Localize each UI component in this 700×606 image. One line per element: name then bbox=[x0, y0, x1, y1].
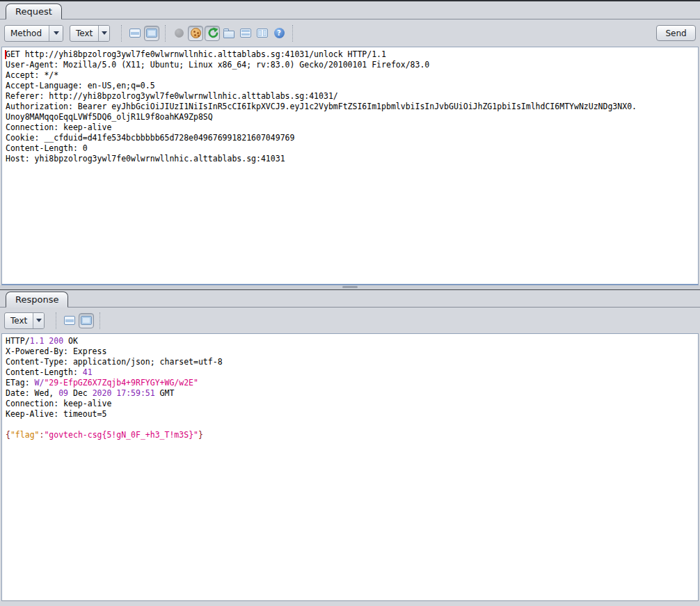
help-icon bbox=[274, 28, 285, 38]
request-view-icon-group bbox=[127, 26, 160, 41]
toolbar-button-window-rows[interactable] bbox=[238, 26, 253, 41]
response-line: Content-Type: application/json; charset=… bbox=[6, 357, 698, 367]
request-view-combobox[interactable]: Text bbox=[70, 25, 110, 42]
window-rows-icon bbox=[240, 29, 251, 38]
request-line: Cookie: __cfduid=d41fe534bcbbbbb65d728e0… bbox=[6, 133, 698, 143]
response-line bbox=[6, 420, 698, 430]
toolbar-button-help[interactable] bbox=[271, 26, 287, 41]
response-line: Date: Wed, 09 Dec 2020 17:59:51 GMT bbox=[6, 388, 698, 399]
request-view-combobox-value: Text bbox=[70, 26, 98, 41]
toolbar-button-combined-view[interactable] bbox=[144, 26, 159, 41]
chevron-down-icon bbox=[33, 313, 44, 328]
request-line: Connection: keep-alive bbox=[6, 122, 698, 133]
response-line: Keep-Alive: timeout=5 bbox=[6, 409, 698, 420]
response-editor-text[interactable]: HTTP/1.1 200 OKX-Powered-By: ExpressCont… bbox=[1, 333, 699, 601]
response-line: X-Powered-By: Express bbox=[6, 346, 698, 357]
response-view-combobox-value: Text bbox=[5, 313, 33, 328]
toolbar-separator bbox=[292, 25, 293, 42]
chevron-down-icon bbox=[98, 26, 109, 41]
split-pane-grip bbox=[342, 286, 358, 288]
request-tabstrip: Request bbox=[0, 1, 700, 19]
tab-response-label: Response bbox=[15, 294, 58, 305]
text-caret bbox=[5, 50, 6, 59]
toolbar-button-window-tab[interactable] bbox=[221, 26, 237, 41]
toolbar-button-combined-view[interactable] bbox=[79, 313, 94, 328]
response-view-icon-group bbox=[61, 313, 95, 328]
response-line: Connection: keep-alive bbox=[6, 399, 698, 409]
request-line: Unoy8MAMqqoEqqLVWf5DQ6_oljR1L9f8oahKA9Zp… bbox=[6, 112, 698, 122]
method-combobox[interactable]: Method bbox=[4, 25, 63, 42]
gray-circle-icon bbox=[175, 29, 184, 38]
toolbar-separator bbox=[165, 25, 166, 42]
toolbar-button-cookie[interactable] bbox=[188, 26, 203, 41]
toolbar-button-split-view[interactable] bbox=[62, 313, 77, 328]
request-line: Accept-Language: en-US,en;q=0.5 bbox=[6, 81, 698, 91]
window-bottom-margin bbox=[0, 601, 700, 606]
request-line: GET http://yhi8bpzolrog3ywl7fe0wlwrnwlln… bbox=[6, 49, 698, 60]
response-line: {"flag":"govtech-csg{5!gN_0F_+h3_T!m3S}"… bbox=[6, 430, 698, 440]
request-editor-text[interactable]: GET http://yhi8bpzolrog3ywl7fe0wlwrnwlln… bbox=[1, 47, 699, 285]
split-view-icon bbox=[64, 316, 75, 325]
response-line: Content-Length: 41 bbox=[6, 367, 698, 378]
response-toolbar: Text bbox=[0, 308, 700, 333]
request-line: User-Agent: Mozilla/5.0 (X11; Ubuntu; Li… bbox=[6, 60, 698, 70]
request-line: Host: yhi8bpzolrog3ywl7fe0wlwrnwllnhic.a… bbox=[6, 154, 698, 164]
window-tab-icon bbox=[223, 31, 234, 38]
window-columns-icon bbox=[257, 29, 268, 38]
send-button[interactable]: Send bbox=[656, 25, 696, 41]
request-line: Content-Length: 0 bbox=[6, 143, 698, 154]
combined-view-icon bbox=[146, 29, 157, 38]
request-options-icon-group bbox=[170, 26, 287, 41]
toolbar-separator bbox=[100, 312, 100, 329]
request-line: Referer: http://yhi8bpzolrog3ywl7fe0wlwr… bbox=[6, 91, 698, 102]
toolbar-separator bbox=[56, 312, 56, 329]
toolbar-button-window-columns[interactable] bbox=[255, 26, 270, 41]
toolbar-separator bbox=[121, 25, 122, 42]
redirect-arrow-icon bbox=[207, 27, 218, 39]
combined-view-icon bbox=[81, 316, 92, 325]
toolbar-button-redirect-arrow[interactable] bbox=[205, 26, 220, 41]
response-tabstrip: Response bbox=[0, 289, 700, 308]
response-view-combobox[interactable]: Text bbox=[4, 312, 45, 329]
tab-request-label: Request bbox=[15, 6, 52, 17]
cookie-icon bbox=[191, 28, 201, 38]
request-line: Accept: */* bbox=[6, 70, 698, 81]
tab-request[interactable]: Request bbox=[6, 3, 62, 19]
toolbar-button-gray-circle[interactable] bbox=[171, 26, 186, 41]
manual-request-editor-window: Request Method Text Send GET http://yhi8… bbox=[0, 0, 700, 606]
tab-response[interactable]: Response bbox=[6, 292, 68, 308]
method-combobox-value: Method bbox=[5, 26, 49, 41]
request-toolbar: Method Text Send bbox=[0, 19, 700, 47]
split-view-icon bbox=[129, 29, 141, 38]
response-line: ETag: W/"29-EfpGZ6X7Zqjb4+9RFYGY+WG/w2E" bbox=[6, 378, 698, 388]
toolbar-button-split-view[interactable] bbox=[127, 26, 143, 41]
chevron-down-icon bbox=[49, 26, 63, 41]
response-line: HTTP/1.1 200 OK bbox=[6, 336, 698, 346]
request-line: Authorization: Bearer eyJhbGciOiJIUzI1Ni… bbox=[6, 102, 698, 112]
